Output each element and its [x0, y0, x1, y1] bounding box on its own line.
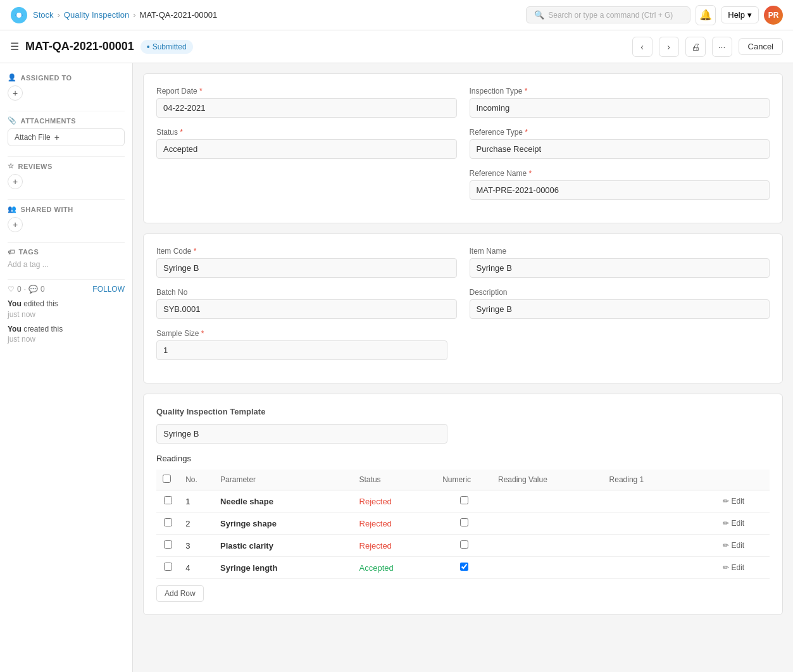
- add-tag-placeholder[interactable]: Add a tag ...: [8, 260, 49, 269]
- template-input[interactable]: [156, 424, 447, 444]
- interaction-counts: ♡ 0 · 💬 0 FOLLOW: [8, 285, 125, 294]
- row-checkbox[interactable]: [164, 496, 172, 504]
- assigned-to-label: Assigned To: [21, 74, 72, 82]
- description-input[interactable]: [470, 299, 770, 319]
- status-input[interactable]: [156, 139, 457, 159]
- breadcrumb-root[interactable]: Stock: [33, 10, 54, 20]
- row-no: 4: [179, 557, 214, 579]
- readings-table-body: 1 Needle shape Rejected ✏ Edit 2 Syringe…: [156, 490, 770, 579]
- sample-size-group: Sample Size: [156, 329, 457, 360]
- print-button[interactable]: 🖨: [685, 37, 706, 57]
- readings-table: No. Parameter Status Numeric Reading Val…: [156, 470, 770, 579]
- row-status: Rejected: [353, 490, 437, 513]
- numeric-checkbox[interactable]: [460, 518, 468, 526]
- row-reading-value: [492, 535, 603, 557]
- numeric-checkbox[interactable]: [460, 540, 468, 549]
- search-bar[interactable]: 🔍 Search or type a command (Ctrl + G): [526, 6, 690, 23]
- help-button[interactable]: Help ▾: [721, 6, 759, 23]
- divider2: [8, 156, 125, 157]
- readings-title: Readings: [156, 454, 770, 463]
- reference-name-group: Reference Name: [470, 169, 770, 200]
- attach-file-label: Attach File: [15, 133, 51, 142]
- qi-template-section: Quality Inspection Template Readings No.…: [143, 394, 783, 615]
- breadcrumb-current: MAT-QA-2021-00001: [140, 10, 218, 20]
- activity-time-1: just now: [8, 310, 35, 319]
- batch-no-input[interactable]: [156, 299, 457, 319]
- row-edit-cell: ✏ Edit: [714, 490, 770, 513]
- activity-item-2: You created this just now: [8, 324, 125, 345]
- activity-user-1: You: [8, 299, 22, 308]
- row-date-type: Report Date Inspection Type: [156, 87, 770, 118]
- notification-button[interactable]: 🔔: [696, 5, 716, 25]
- attachment-icon: 📎: [8, 116, 17, 125]
- more-options-button[interactable]: ···: [712, 37, 732, 57]
- add-shared-button[interactable]: +: [8, 217, 23, 232]
- tags-section: 🏷 Tags Add a tag ...: [8, 248, 125, 269]
- heart-icon: ♡: [8, 285, 15, 294]
- attach-file-button[interactable]: Attach File +: [8, 128, 125, 146]
- shared-with-label: Shared With: [21, 206, 73, 213]
- add-row-label: Add Row: [165, 589, 196, 598]
- row-checkbox[interactable]: [164, 563, 172, 571]
- hamburger-icon[interactable]: ☰: [10, 40, 19, 53]
- status-badge: Submitted: [140, 40, 193, 54]
- table-row: 3 Plastic clarity Rejected ✏ Edit: [156, 535, 770, 557]
- follow-button[interactable]: FOLLOW: [92, 285, 125, 294]
- header-reading1: Reading 1: [603, 470, 715, 490]
- header-reading-value: Reading Value: [492, 470, 603, 490]
- tag-icon: 🏷: [8, 248, 15, 256]
- item-name-input[interactable]: [470, 258, 770, 278]
- header-checkbox-col: [156, 470, 179, 490]
- reference-type-label: Reference Type: [470, 128, 770, 137]
- edit-row-button[interactable]: ✏ Edit: [720, 540, 747, 551]
- inspection-type-input[interactable]: [470, 98, 770, 118]
- app-logo: [10, 6, 28, 24]
- template-row: [156, 424, 770, 444]
- reviews-label: Reviews: [18, 163, 53, 170]
- description-group: Description: [470, 288, 770, 319]
- reference-name-input[interactable]: [470, 180, 770, 200]
- row-parameter: Syringe length: [214, 557, 353, 579]
- row-reading1: [603, 535, 715, 557]
- top-nav: Stock › Quality Inspection › MAT-QA-2021…: [0, 0, 793, 30]
- report-date-input[interactable]: [156, 98, 457, 118]
- header-no: No.: [179, 470, 214, 490]
- row-status: Accepted: [353, 557, 437, 579]
- add-row-button[interactable]: Add Row: [156, 585, 204, 602]
- reference-name-label: Reference Name: [470, 169, 770, 178]
- reference-type-input[interactable]: [470, 139, 770, 159]
- edit-row-button[interactable]: ✏ Edit: [720, 518, 747, 529]
- activity-item-1: You edited this just now: [8, 299, 125, 320]
- numeric-checkbox[interactable]: [460, 563, 468, 571]
- next-button[interactable]: ›: [659, 37, 679, 57]
- header-actions: [714, 470, 770, 490]
- add-review-button[interactable]: +: [8, 174, 23, 189]
- edit-row-button[interactable]: ✏ Edit: [720, 495, 747, 507]
- page-header: ☰ MAT-QA-2021-00001 Submitted ‹ › 🖨 ··· …: [0, 30, 793, 63]
- select-all-checkbox[interactable]: [163, 475, 171, 483]
- edit-row-button[interactable]: ✏ Edit: [720, 562, 747, 573]
- row-status: Rejected: [353, 513, 437, 535]
- likes-count: 0: [17, 285, 22, 294]
- search-icon: 🔍: [534, 10, 544, 20]
- template-group: [156, 424, 447, 444]
- plus-icon: +: [54, 132, 59, 142]
- prev-button[interactable]: ‹: [632, 37, 653, 57]
- row-checkbox[interactable]: [164, 518, 172, 526]
- add-assigned-button[interactable]: +: [8, 85, 23, 101]
- item-code-input[interactable]: [156, 258, 457, 278]
- row-checkbox[interactable]: [164, 540, 172, 549]
- doc-title: MAT-QA-2021-00001: [25, 40, 134, 53]
- breadcrumb-section[interactable]: Quality Inspection: [64, 10, 129, 20]
- sample-size-input[interactable]: [156, 340, 447, 360]
- shared-icon: 👥: [8, 205, 17, 213]
- item-code-group: Item Code: [156, 247, 457, 278]
- cancel-button[interactable]: Cancel: [739, 38, 783, 55]
- numeric-checkbox[interactable]: [460, 496, 468, 504]
- assigned-to-section: 👤 Assigned To +: [8, 73, 125, 101]
- row-select-cell: [156, 557, 179, 579]
- inspection-type-group: Inspection Type: [470, 87, 770, 118]
- row-parameter: Needle shape: [214, 490, 353, 513]
- row-no: 2: [179, 513, 214, 535]
- tags-label: Tags: [19, 248, 39, 256]
